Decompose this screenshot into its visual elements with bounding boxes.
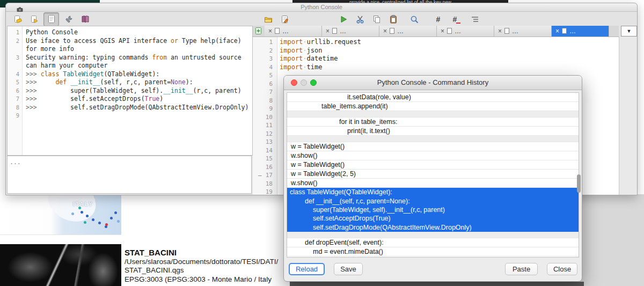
window-title: Python Console xyxy=(6,4,637,10)
history-item-text: self.setAcceptDrops(True) xyxy=(287,215,391,222)
history-item-text: for it in table_items: xyxy=(287,118,397,126)
line-number: 4 xyxy=(253,63,277,72)
history-item[interactable] xyxy=(287,232,579,238)
map-marker-dot xyxy=(84,221,86,224)
tab-close-icon[interactable]: × xyxy=(383,28,387,34)
dialog-scrollbar-thumb[interactable] xyxy=(577,174,581,193)
save-script-button[interactable] xyxy=(277,13,292,26)
script-doc-icon xyxy=(332,26,337,36)
tab-close-icon[interactable]: × xyxy=(441,28,444,34)
recent-project-thumbnail-map[interactable]: ITALY xyxy=(0,195,121,235)
run-script-button[interactable] xyxy=(336,13,350,26)
paste-button[interactable]: Paste xyxy=(505,263,538,275)
line-number xyxy=(8,62,22,70)
uncomment-button[interactable]: # xyxy=(448,13,462,26)
line-number: 2 xyxy=(253,47,277,55)
script-doc-icon xyxy=(275,26,280,36)
history-item[interactable]: print(it, it.text() xyxy=(287,127,579,136)
history-item[interactable]: md = event.mimeData() xyxy=(287,247,579,256)
code-line: import·json xyxy=(280,47,619,55)
code-line: import·datetime xyxy=(280,55,619,63)
code-line: import·time xyxy=(280,63,619,72)
editor-tab-active[interactable]: ×… xyxy=(552,26,609,36)
history-item-text: w = TableWidget() xyxy=(287,143,345,150)
editor-tab[interactable]: ×… xyxy=(437,26,494,36)
history-item[interactable]: class TableWidget(QTableWidget): xyxy=(287,188,579,196)
help-button[interactable] xyxy=(78,13,92,26)
console-input-area[interactable]: ... xyxy=(7,156,252,194)
history-item[interactable] xyxy=(287,136,579,142)
fold-marker-icon[interactable]: – xyxy=(258,171,262,180)
show-editor-button[interactable] xyxy=(43,12,59,26)
show-editor-icon xyxy=(47,14,56,24)
history-item-text: print(it, it.text() xyxy=(287,127,390,135)
editor-tab[interactable]: ×… xyxy=(379,26,437,36)
map-marker-dot xyxy=(92,218,94,221)
comment-button[interactable]: # xyxy=(431,13,445,26)
history-item[interactable]: def dropEvent(self, event): xyxy=(287,238,579,247)
dialog-titlebar[interactable]: Python Console - Command History xyxy=(284,76,582,90)
history-item-text: w = TableWidget() xyxy=(287,161,345,168)
history-item-text: class TableWidget(QTableWidget): xyxy=(287,188,392,196)
history-item[interactable]: w.show() xyxy=(287,179,579,188)
history-item[interactable]: it.setData(role, value) xyxy=(287,93,579,102)
tab-list-dropdown-button[interactable]: ▼ xyxy=(621,26,637,36)
options-button[interactable] xyxy=(61,13,76,26)
save-button[interactable]: Save xyxy=(334,263,363,275)
clear-console-button[interactable] xyxy=(10,13,25,26)
map-marker-dot xyxy=(80,211,83,214)
code-line: can harm your computer xyxy=(26,62,252,70)
command-history-list: it.setData(role, value)table_items.appen… xyxy=(287,92,579,258)
recent-project-thumbnail-satellite[interactable] xyxy=(0,244,121,286)
history-item[interactable]: for it in table_items: xyxy=(287,118,579,127)
help-icon xyxy=(80,14,90,24)
console-toolbar xyxy=(7,12,252,26)
history-item-text: md = event.mimeData() xyxy=(287,248,383,255)
history-item[interactable]: self.setAcceptDrops(True) xyxy=(287,214,579,223)
map-marker-dot xyxy=(78,207,81,209)
line-number: –17 xyxy=(253,171,277,180)
history-item[interactable]: def __init__(self, r,c, parent=None): xyxy=(287,196,579,205)
new-tab-button[interactable] xyxy=(253,26,265,36)
history-item[interactable]: w = TableWidget(2, 5) xyxy=(287,170,579,179)
object-inspector-button[interactable] xyxy=(467,13,482,26)
reload-button[interactable]: Reload xyxy=(289,263,325,275)
chevron-down-icon: ▼ xyxy=(627,28,632,34)
history-item[interactable] xyxy=(287,111,579,118)
history-item[interactable]: w = TableWidget() xyxy=(287,160,579,170)
window-titlebar[interactable]: Python Console xyxy=(6,3,637,12)
line-number: 8 xyxy=(253,97,277,105)
run-command-button[interactable] xyxy=(27,13,41,26)
line-number: 7 xyxy=(253,88,277,97)
editor-tab[interactable]: ×… xyxy=(494,26,552,36)
history-item[interactable]: super(TableWidget, self).__init__(r,c, p… xyxy=(287,206,579,214)
object-inspector-icon xyxy=(470,14,480,24)
editor-scrollbar-track[interactable] xyxy=(619,37,636,195)
open-script-icon xyxy=(264,14,273,24)
tab-label: … xyxy=(282,27,289,35)
dialog-title: Python Console - Command History xyxy=(284,78,582,86)
tab-close-icon[interactable]: × xyxy=(268,28,272,34)
find-button[interactable] xyxy=(407,13,421,26)
paste-button[interactable] xyxy=(386,13,400,26)
project-crs: EPSG:3003 (EPSG:3003 - Monte Mario / Ita… xyxy=(125,275,291,284)
history-item[interactable]: w = TableWidget() xyxy=(287,142,579,151)
history-item[interactable]: self.setDragDropMode(QAbstractItemView.D… xyxy=(287,223,579,232)
history-item[interactable]: w.show() xyxy=(287,151,579,160)
open-script-button[interactable] xyxy=(261,13,275,26)
tab-close-icon[interactable]: × xyxy=(555,28,559,34)
cut-button[interactable] xyxy=(353,13,367,26)
editor-tab[interactable]: ×… xyxy=(265,26,322,36)
history-item[interactable]: table_items.append(it) xyxy=(287,102,579,111)
save-script-icon xyxy=(280,14,290,24)
history-item-text: def dropEvent(self, event): xyxy=(287,239,384,246)
tab-label: … xyxy=(340,27,346,35)
editor-tab[interactable]: ×… xyxy=(322,26,379,36)
history-item-text: table_items.append(it) xyxy=(287,102,388,110)
history-item-text: self.setDragDropMode(QAbstractItemView.D… xyxy=(287,224,472,231)
copy-button[interactable] xyxy=(369,13,384,26)
close-button[interactable]: Close xyxy=(547,263,577,275)
recent-project-item[interactable]: STAT_BACINI /Users/slarosa/Documents/dot… xyxy=(125,247,291,284)
tab-close-icon[interactable]: × xyxy=(498,28,502,34)
tab-close-icon[interactable]: × xyxy=(326,28,330,34)
